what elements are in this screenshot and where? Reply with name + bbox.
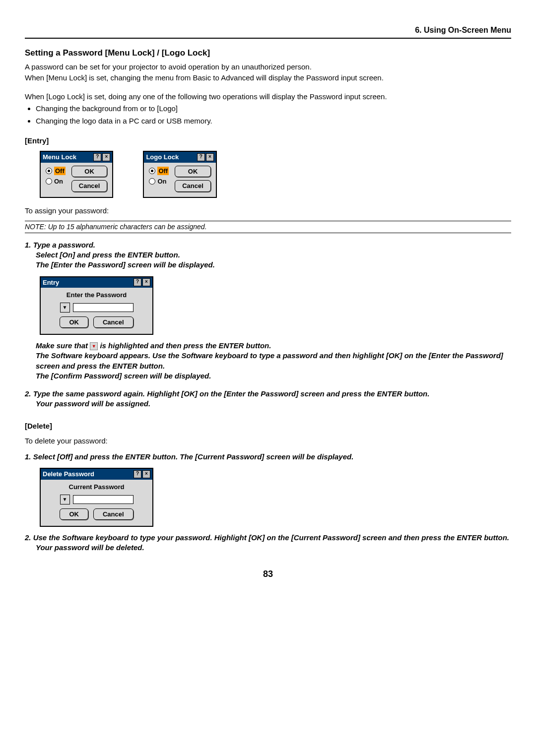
cancel-button[interactable]: Cancel <box>93 316 134 328</box>
logo-lock-off-radio[interactable]: Off <box>149 167 169 176</box>
step1-e: The Software keyboard appears. Use the S… <box>36 351 511 371</box>
step1-d: Make sure that ▼ is highlighted and then… <box>36 341 511 351</box>
step2-a: Type the same password again. Highlight … <box>33 389 430 398</box>
delete-step2-num: 2. <box>25 533 31 542</box>
section-header: 6. Using On-Screen Menu <box>25 25 511 39</box>
step1d-pre: Make sure that <box>36 341 90 350</box>
close-icon[interactable]: × <box>206 153 214 161</box>
off-label: Off <box>157 167 169 176</box>
help-icon[interactable]: ? <box>93 153 101 161</box>
off-label: Off <box>54 167 66 176</box>
bullet-1: Changing the background from or to [Logo… <box>36 104 511 114</box>
logo-lock-on-radio[interactable]: On <box>149 177 169 186</box>
assign-text: To assign your password: <box>25 206 511 216</box>
delete-heading: [Delete] <box>25 421 511 431</box>
ok-button[interactable]: OK <box>175 166 211 178</box>
menu-lock-on-radio[interactable]: On <box>46 177 66 186</box>
entry-password-dialog: Entry ? × Enter the Password ▼ OK Cancel <box>40 276 153 335</box>
delete-step1: Select [Off] and press the ENTER button.… <box>33 452 354 461</box>
delete-step1-num: 1. <box>25 452 31 461</box>
on-label: On <box>157 177 166 186</box>
keyboard-dropdown-icon[interactable]: ▼ <box>60 303 70 313</box>
entry-dialog-title: Entry <box>43 278 59 287</box>
current-password-label: Current Password <box>46 483 147 492</box>
step2-b: Your password will be assigned. <box>36 399 511 409</box>
intro-p2: When [Menu Lock] is set, changing the me… <box>25 73 511 83</box>
on-label: On <box>54 177 63 186</box>
step1-f: The [Confirm Password] screen will be di… <box>36 371 511 381</box>
step2-num: 2. <box>25 389 31 398</box>
logo-lock-title: Logo Lock <box>146 153 179 162</box>
dropdown-icon: ▼ <box>90 342 98 350</box>
ok-button[interactable]: OK <box>60 508 88 520</box>
step1-b: Select [On] and press the ENTER button. <box>36 250 511 260</box>
close-icon[interactable]: × <box>142 470 150 478</box>
logo-lock-dialog: Logo Lock ? × Off On OK Cancel <box>143 151 216 198</box>
step1-c: The [Enter the Password] screen will be … <box>36 260 511 270</box>
step1-a: Type a password. <box>33 241 95 249</box>
bullet-2: Changing the logo data in a PC card or U… <box>36 116 511 126</box>
intro-p3: When [Logo Lock] is set, doing any one o… <box>25 92 511 102</box>
note: NOTE: Up to 15 alphanumeric characters c… <box>25 221 511 233</box>
cancel-button[interactable]: Cancel <box>71 180 108 192</box>
password-field[interactable] <box>73 495 134 504</box>
logo-lock-list: Changing the background from or to [Logo… <box>25 104 511 126</box>
step1d-post: is highlighted and then press the ENTER … <box>100 341 271 350</box>
ok-button[interactable]: OK <box>60 316 88 328</box>
help-icon[interactable]: ? <box>197 153 205 161</box>
cancel-button[interactable]: Cancel <box>93 508 134 520</box>
delete-step2a: Use the Software keyboard to type your p… <box>33 533 509 542</box>
menu-lock-title: Menu Lock <box>43 153 76 162</box>
menu-lock-dialog: Menu Lock ? × Off On OK Cancel <box>40 151 113 198</box>
cancel-button[interactable]: Cancel <box>175 180 211 192</box>
intro-p1: A password can be set for your projector… <box>25 62 511 72</box>
delete-password-dialog: Delete Password ? × Current Password ▼ O… <box>40 468 153 527</box>
menu-lock-off-radio[interactable]: Off <box>46 167 66 176</box>
keyboard-dropdown-icon[interactable]: ▼ <box>60 495 70 504</box>
page-title: Setting a Password [Menu Lock] / [Logo L… <box>25 48 511 59</box>
close-icon[interactable]: × <box>142 278 150 286</box>
delete-lead: To delete your password: <box>25 436 511 446</box>
ok-button[interactable]: OK <box>71 166 108 178</box>
close-icon[interactable]: × <box>102 153 110 161</box>
entry-heading: [Entry] <box>25 136 511 146</box>
enter-password-label: Enter the Password <box>46 291 147 300</box>
delete-step2b: Your password will be deleted. <box>36 543 511 553</box>
delete-dialog-title: Delete Password <box>43 470 94 479</box>
step1-num: 1. <box>25 241 31 249</box>
help-icon[interactable]: ? <box>134 278 141 286</box>
password-field[interactable] <box>73 303 134 312</box>
help-icon[interactable]: ? <box>134 470 141 478</box>
page-number: 83 <box>25 568 511 580</box>
